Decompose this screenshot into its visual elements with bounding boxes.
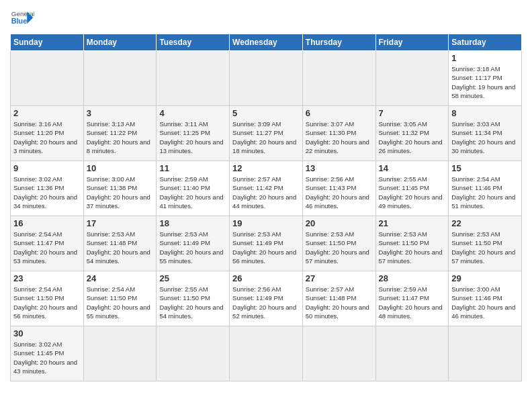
day-info: Sunrise: 2:57 AM Sunset: 11:48 PM Daylig… (306, 285, 373, 320)
calendar-cell: 16Sunrise: 2:54 AM Sunset: 11:47 PM Dayl… (11, 216, 84, 271)
calendar-cell: 4Sunrise: 3:11 AM Sunset: 11:25 PM Dayli… (157, 106, 230, 161)
day-number: 12 (232, 163, 300, 173)
day-number: 5 (232, 108, 300, 118)
logo-icon: General Blue (10, 7, 34, 31)
day-info: Sunrise: 3:00 AM Sunset: 11:38 PM Daylig… (87, 175, 154, 210)
calendar-cell: 25Sunrise: 2:55 AM Sunset: 11:50 PM Dayl… (157, 271, 230, 326)
day-info: Sunrise: 2:54 AM Sunset: 11:47 PM Daylig… (13, 230, 81, 265)
calendar-week-row: 23Sunrise: 2:54 AM Sunset: 11:50 PM Dayl… (11, 271, 522, 326)
page-header: General Blue (10, 7, 522, 31)
calendar-cell: 27Sunrise: 2:57 AM Sunset: 11:48 PM Dayl… (302, 271, 375, 326)
day-number: 7 (379, 108, 446, 118)
calendar-cell (375, 51, 449, 106)
calendar-week-row: 1Sunrise: 3:18 AM Sunset: 11:17 PM Dayli… (11, 51, 522, 106)
calendar-cell: 10Sunrise: 3:00 AM Sunset: 11:38 PM Dayl… (83, 161, 157, 216)
calendar-cell: 15Sunrise: 2:54 AM Sunset: 11:46 PM Dayl… (449, 161, 522, 216)
day-number: 11 (159, 163, 226, 173)
calendar-cell (83, 326, 157, 381)
day-number: 17 (87, 218, 154, 228)
header-day-wednesday: Wednesday (230, 34, 303, 51)
calendar-cell (157, 51, 230, 106)
calendar-week-row: 9Sunrise: 3:02 AM Sunset: 11:36 PM Dayli… (11, 161, 522, 216)
calendar-cell: 6Sunrise: 3:07 AM Sunset: 11:30 PM Dayli… (302, 106, 375, 161)
day-info: Sunrise: 2:59 AM Sunset: 11:40 PM Daylig… (159, 175, 226, 210)
day-info: Sunrise: 2:53 AM Sunset: 11:49 PM Daylig… (232, 230, 300, 265)
day-info: Sunrise: 3:00 AM Sunset: 11:46 PM Daylig… (451, 285, 519, 320)
calendar-cell: 26Sunrise: 2:56 AM Sunset: 11:49 PM Dayl… (230, 271, 303, 326)
day-info: Sunrise: 3:11 AM Sunset: 11:25 PM Daylig… (159, 120, 226, 155)
day-info: Sunrise: 2:55 AM Sunset: 11:45 PM Daylig… (379, 175, 446, 210)
day-number: 29 (451, 273, 519, 283)
day-number: 3 (87, 108, 154, 118)
day-info: Sunrise: 3:07 AM Sunset: 11:30 PM Daylig… (306, 120, 373, 155)
calendar-cell: 3Sunrise: 3:13 AM Sunset: 11:22 PM Dayli… (83, 106, 157, 161)
calendar-cell: 21Sunrise: 2:53 AM Sunset: 11:50 PM Dayl… (375, 216, 449, 271)
day-number: 20 (306, 218, 373, 228)
day-info: Sunrise: 2:56 AM Sunset: 11:49 PM Daylig… (232, 285, 300, 320)
calendar-cell (449, 326, 522, 381)
day-info: Sunrise: 3:13 AM Sunset: 11:22 PM Daylig… (87, 120, 154, 155)
header-day-thursday: Thursday (302, 34, 375, 51)
calendar-cell: 9Sunrise: 3:02 AM Sunset: 11:36 PM Dayli… (11, 161, 84, 216)
calendar-cell: 8Sunrise: 3:03 AM Sunset: 11:34 PM Dayli… (449, 106, 522, 161)
day-number: 2 (13, 108, 81, 118)
day-number: 16 (13, 218, 81, 228)
day-info: Sunrise: 2:53 AM Sunset: 11:50 PM Daylig… (451, 230, 519, 265)
calendar-cell: 2Sunrise: 3:16 AM Sunset: 11:20 PM Dayli… (11, 106, 84, 161)
day-info: Sunrise: 2:53 AM Sunset: 11:49 PM Daylig… (159, 230, 226, 265)
day-info: Sunrise: 3:18 AM Sunset: 11:17 PM Daylig… (451, 64, 519, 100)
day-number: 15 (451, 163, 519, 173)
day-info: Sunrise: 2:56 AM Sunset: 11:43 PM Daylig… (306, 175, 373, 210)
calendar-week-row: 16Sunrise: 2:54 AM Sunset: 11:47 PM Dayl… (11, 216, 522, 271)
calendar-cell: 17Sunrise: 2:53 AM Sunset: 11:48 PM Dayl… (83, 216, 157, 271)
day-info: Sunrise: 2:54 AM Sunset: 11:50 PM Daylig… (13, 285, 81, 320)
header-day-tuesday: Tuesday (157, 34, 230, 51)
calendar-cell: 13Sunrise: 2:56 AM Sunset: 11:43 PM Dayl… (302, 161, 375, 216)
day-info: Sunrise: 3:16 AM Sunset: 11:20 PM Daylig… (13, 120, 81, 155)
day-info: Sunrise: 2:55 AM Sunset: 11:50 PM Daylig… (159, 285, 226, 320)
day-number: 14 (379, 163, 446, 173)
day-number: 19 (232, 218, 300, 228)
calendar-cell: 20Sunrise: 2:53 AM Sunset: 11:50 PM Dayl… (302, 216, 375, 271)
day-info: Sunrise: 3:02 AM Sunset: 11:36 PM Daylig… (13, 175, 81, 210)
day-number: 8 (451, 108, 519, 118)
logo: General Blue (10, 7, 34, 31)
calendar-cell (302, 326, 375, 381)
calendar-cell: 1Sunrise: 3:18 AM Sunset: 11:17 PM Dayli… (449, 51, 522, 106)
calendar-cell: 7Sunrise: 3:05 AM Sunset: 11:32 PM Dayli… (375, 106, 449, 161)
day-info: Sunrise: 3:03 AM Sunset: 11:34 PM Daylig… (451, 120, 519, 155)
calendar-cell (375, 326, 449, 381)
day-number: 27 (306, 273, 373, 283)
day-info: Sunrise: 2:54 AM Sunset: 11:46 PM Daylig… (451, 175, 519, 210)
day-info: Sunrise: 3:05 AM Sunset: 11:32 PM Daylig… (379, 120, 446, 155)
day-info: Sunrise: 2:54 AM Sunset: 11:50 PM Daylig… (87, 285, 154, 320)
day-info: Sunrise: 2:57 AM Sunset: 11:42 PM Daylig… (232, 175, 300, 210)
calendar-week-row: 2Sunrise: 3:16 AM Sunset: 11:20 PM Dayli… (11, 106, 522, 161)
calendar-cell: 22Sunrise: 2:53 AM Sunset: 11:50 PM Dayl… (449, 216, 522, 271)
day-number: 26 (232, 273, 300, 283)
day-number: 9 (13, 163, 81, 173)
day-number: 23 (13, 273, 81, 283)
calendar-header-row: SundayMondayTuesdayWednesdayThursdayFrid… (11, 34, 522, 51)
calendar-cell: 11Sunrise: 2:59 AM Sunset: 11:40 PM Dayl… (157, 161, 230, 216)
header-day-friday: Friday (375, 34, 449, 51)
day-number: 21 (379, 218, 446, 228)
header-day-saturday: Saturday (449, 34, 522, 51)
calendar-cell (157, 326, 230, 381)
day-number: 18 (159, 218, 226, 228)
day-info: Sunrise: 3:02 AM Sunset: 11:45 PM Daylig… (13, 340, 81, 375)
calendar-cell: 28Sunrise: 2:59 AM Sunset: 11:47 PM Dayl… (375, 271, 449, 326)
day-info: Sunrise: 2:59 AM Sunset: 11:47 PM Daylig… (379, 285, 446, 320)
day-info: Sunrise: 2:53 AM Sunset: 11:48 PM Daylig… (87, 230, 154, 265)
calendar-cell (83, 51, 157, 106)
svg-text:Blue: Blue (11, 17, 27, 25)
day-info: Sunrise: 2:53 AM Sunset: 11:50 PM Daylig… (306, 230, 373, 265)
day-number: 4 (159, 108, 226, 118)
calendar-cell (230, 51, 303, 106)
calendar-cell: 29Sunrise: 3:00 AM Sunset: 11:46 PM Dayl… (449, 271, 522, 326)
calendar-cell (302, 51, 375, 106)
day-info: Sunrise: 3:09 AM Sunset: 11:27 PM Daylig… (232, 120, 300, 155)
calendar-cell: 19Sunrise: 2:53 AM Sunset: 11:49 PM Dayl… (230, 216, 303, 271)
day-number: 25 (159, 273, 226, 283)
day-number: 1 (451, 53, 519, 63)
